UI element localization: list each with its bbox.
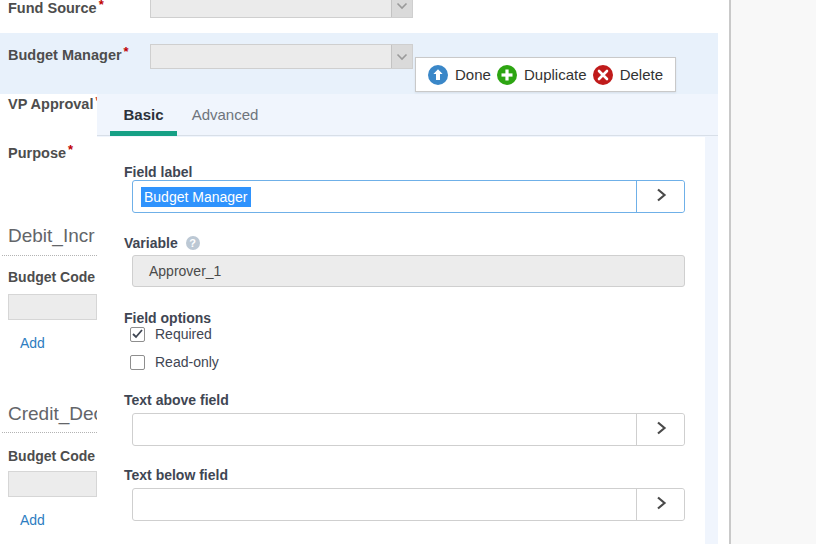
text-below-input[interactable] — [133, 489, 637, 520]
section-divider — [2, 255, 97, 256]
tab-label: Advanced — [192, 106, 259, 123]
field-label-text: Budget Manager — [8, 47, 122, 63]
text-below-label: Text below field — [124, 467, 228, 483]
section-title-credit: Credit_Dec — [8, 403, 97, 425]
field-label-text: Fund Source — [8, 0, 97, 16]
delete-icon — [593, 65, 613, 85]
check-icon — [132, 329, 143, 339]
read-only-checkbox-label: Read-only — [155, 354, 219, 370]
read-only-checkbox[interactable] — [130, 355, 145, 370]
required-asterisk: * — [99, 0, 104, 12]
text-above-expand-button[interactable] — [636, 414, 684, 445]
tab-advanced[interactable]: Advanced — [187, 106, 263, 132]
required-asterisk: * — [68, 142, 73, 157]
budget-manager-dropdown[interactable] — [150, 44, 413, 69]
budget-code-label: Budget Code — [8, 448, 95, 464]
chevron-down-icon — [391, 0, 412, 17]
variable-setting-label: Variable? — [124, 235, 200, 251]
required-asterisk: * — [124, 44, 129, 59]
duplicate-button[interactable]: Duplicate — [497, 65, 587, 85]
editor-basic-content: Field label Budget Manager Variable? App… — [97, 137, 705, 544]
section-title-debit: Debit_Incr — [8, 225, 97, 247]
field-label-budget-manager: Budget Manager* — [8, 47, 129, 63]
active-tab-indicator — [110, 131, 177, 136]
required-checkbox-label: Required — [155, 326, 212, 342]
delete-label: Delete — [620, 66, 663, 83]
duplicate-icon — [497, 65, 517, 85]
add-row-link[interactable]: Add — [20, 335, 45, 351]
tab-bar-divider — [97, 135, 718, 136]
chevron-right-icon — [654, 495, 668, 514]
field-label-purpose: Purpose* — [8, 145, 73, 161]
field-label-setting-label: Field label — [124, 164, 192, 180]
section-divider — [2, 432, 97, 433]
chevron-right-icon — [654, 187, 668, 206]
text-below-expand-button[interactable] — [636, 489, 684, 520]
budget-code-label: Budget Code — [8, 269, 95, 285]
field-label-text: VP Approval — [8, 96, 93, 112]
field-options-label: Field options — [124, 310, 211, 326]
field-editor-panel: Basic Advanced Field label Budget Manage… — [97, 94, 718, 544]
text-above-input-group — [132, 413, 685, 446]
delete-button[interactable]: Delete — [593, 65, 663, 85]
variable-value-box: Approver_1 — [132, 255, 685, 287]
read-only-option-row: Read-only — [130, 354, 219, 370]
fund-source-dropdown[interactable] — [150, 0, 413, 18]
form-designer-screen: Fund Source* Budget Manager* VP Approval… — [0, 0, 816, 544]
field-label-text: Purpose — [8, 145, 66, 161]
done-icon — [428, 65, 448, 85]
budget-code-input[interactable] — [8, 471, 97, 497]
chevron-down-icon — [391, 45, 412, 68]
tab-basic[interactable]: Basic — [110, 106, 177, 132]
required-checkbox[interactable] — [130, 327, 145, 342]
duplicate-label: Duplicate — [524, 66, 587, 83]
selected-input-text: Budget Manager — [141, 187, 251, 207]
text-above-input[interactable] — [133, 414, 637, 445]
add-row-link[interactable]: Add — [20, 512, 45, 528]
field-label-expand-button[interactable] — [636, 181, 684, 212]
field-toolbar: Done Duplicate Delete — [415, 57, 676, 92]
required-option-row: Required — [130, 326, 212, 342]
help-icon[interactable]: ? — [186, 236, 200, 250]
chevron-right-icon — [654, 420, 668, 439]
budget-code-input[interactable] — [8, 294, 97, 320]
text-above-label: Text above field — [124, 392, 229, 408]
field-label-vp-approval: VP Approval* — [8, 96, 100, 112]
field-label-input[interactable]: Budget Manager — [132, 180, 685, 213]
field-label-fund-source: Fund Source* — [8, 0, 104, 16]
text-below-input-group — [132, 488, 685, 521]
tab-label: Basic — [123, 106, 163, 123]
variable-label-text: Variable — [124, 235, 178, 251]
page-background — [729, 0, 816, 544]
done-label: Done — [455, 66, 491, 83]
done-button[interactable]: Done — [428, 65, 491, 85]
